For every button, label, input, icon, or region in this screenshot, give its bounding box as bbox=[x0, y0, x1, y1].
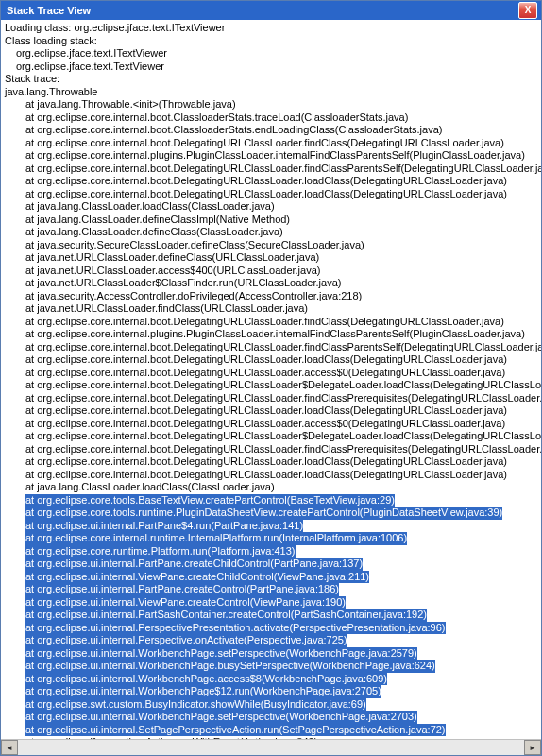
trace-line-selected[interactable]: at org.eclipse.core.tools.BaseTextView.c… bbox=[5, 494, 537, 507]
trace-line[interactable]: at org.eclipse.core.internal.boot.Delega… bbox=[5, 137, 537, 150]
trace-line-selected[interactable]: at org.eclipse.ui.internal.WorkbenchPage… bbox=[5, 685, 537, 698]
trace-line-selected[interactable]: at org.eclipse.ui.internal.SetPagePerspe… bbox=[5, 724, 537, 737]
trace-line[interactable]: at org.eclipse.core.internal.boot.Delega… bbox=[5, 353, 537, 367]
class-loading-stack-item[interactable]: org.eclipse.jface.text.ITextViewer bbox=[5, 47, 537, 60]
trace-line-selected[interactable]: at org.eclipse.core.internal.runtime.Int… bbox=[5, 532, 537, 545]
trace-line[interactable]: at org.eclipse.core.internal.boot.Delega… bbox=[5, 430, 537, 443]
trace-line[interactable]: at org.eclipse.core.internal.boot.Classl… bbox=[5, 124, 537, 137]
trace-line[interactable]: at org.eclipse.core.internal.boot.Classl… bbox=[5, 112, 537, 125]
trace-line-selected[interactable]: at org.eclipse.ui.internal.ViewPane.crea… bbox=[5, 571, 537, 584]
trace-line-selected[interactable]: at org.eclipse.core.runtime.Platform.run… bbox=[5, 545, 537, 558]
trace-line-selected[interactable]: at org.eclipse.ui.internal.WorkbenchPage… bbox=[5, 660, 537, 673]
trace-line-selected[interactable]: at org.eclipse.ui.internal.PerspectivePr… bbox=[5, 622, 537, 635]
trace-line[interactable]: at org.eclipse.core.internal.boot.Delega… bbox=[5, 443, 537, 456]
trace-line-selected[interactable]: at org.eclipse.ui.internal.WorkbenchPage… bbox=[5, 647, 537, 661]
trace-line[interactable]: at java.net.URLClassLoader.defineClass(U… bbox=[5, 251, 537, 265]
trace-line[interactable]: at java.lang.ClassLoader.loadClass(Class… bbox=[5, 200, 537, 214]
trace-line[interactable]: at java.security.SecureClassLoader.defin… bbox=[5, 239, 537, 252]
stack-trace-window: Stack Trace View X Loading class: org.ec… bbox=[0, 0, 542, 756]
titlebar: Stack Trace View X bbox=[1, 1, 541, 20]
trace-line-selected[interactable]: at org.eclipse.swt.custom.BusyIndicator.… bbox=[5, 698, 537, 712]
trace-line-selected[interactable]: at org.eclipse.ui.internal.ViewPane.crea… bbox=[5, 596, 537, 610]
scroll-track[interactable] bbox=[18, 741, 524, 754]
trace-line[interactable]: at org.eclipse.core.internal.boot.Delega… bbox=[5, 455, 537, 469]
trace-line-selected[interactable]: at org.eclipse.ui.internal.Perspective.o… bbox=[5, 634, 537, 647]
horizontal-scrollbar[interactable]: ◄ ► bbox=[1, 739, 541, 755]
trace-line[interactable]: at java.net.URLClassLoader$ClassFinder.r… bbox=[5, 277, 537, 290]
trace-line[interactable]: at java.lang.ClassLoader.defineClassImpl… bbox=[5, 214, 537, 227]
trace-line[interactable]: at org.eclipse.core.internal.plugins.Plu… bbox=[5, 328, 537, 341]
trace-line-selected[interactable]: at org.eclipse.ui.internal.WorkbenchPage… bbox=[5, 673, 537, 686]
trace-line[interactable]: at java.lang.ClassLoader.loadClass(Class… bbox=[5, 481, 537, 494]
close-button[interactable]: X bbox=[518, 2, 537, 19]
trace-line[interactable]: at org.eclipse.core.internal.boot.Delega… bbox=[5, 469, 537, 482]
scroll-left-button[interactable]: ◄ bbox=[1, 740, 18, 755]
trace-line[interactable]: at org.eclipse.core.internal.plugins.Plu… bbox=[5, 149, 537, 163]
trace-line-selected[interactable]: at org.eclipse.ui.internal.PartPane$4.ru… bbox=[5, 520, 537, 533]
trace-line-selected[interactable]: at org.eclipse.core.tools.runtime.Plugin… bbox=[5, 507, 537, 520]
trace-line[interactable]: at org.eclipse.core.internal.boot.Delega… bbox=[5, 418, 537, 431]
chevron-right-icon: ► bbox=[529, 744, 536, 752]
trace-content[interactable]: Loading class: org.eclipse.jface.text.IT… bbox=[1, 20, 541, 739]
trace-line[interactable]: at java.lang.Throwable.<init>(Throwable.… bbox=[5, 98, 537, 112]
trace-line-selected[interactable]: at org.eclipse.ui.internal.PartPane.crea… bbox=[5, 583, 537, 596]
trace-line[interactable]: at org.eclipse.core.internal.boot.Delega… bbox=[5, 379, 537, 392]
throwable-line[interactable]: java.lang.Throwable bbox=[5, 86, 537, 99]
trace-line[interactable]: at java.security.AccessController.doPriv… bbox=[5, 290, 537, 303]
class-loading-stack-item[interactable]: org.eclipse.jface.text.TextViewer bbox=[5, 60, 537, 74]
close-icon: X bbox=[525, 6, 532, 15]
trace-line[interactable]: at org.eclipse.core.internal.boot.Delega… bbox=[5, 175, 537, 188]
loading-class-line[interactable]: Loading class: org.eclipse.jface.text.IT… bbox=[5, 22, 537, 35]
chevron-left-icon: ◄ bbox=[6, 744, 13, 752]
trace-line[interactable]: at org.eclipse.core.internal.boot.Delega… bbox=[5, 188, 537, 201]
trace-line-selected[interactable]: at org.eclipse.ui.internal.PartPane.crea… bbox=[5, 558, 537, 571]
trace-line[interactable]: at org.eclipse.core.internal.boot.Delega… bbox=[5, 392, 537, 405]
trace-line[interactable]: at java.net.URLClassLoader.findClass(URL… bbox=[5, 302, 537, 316]
scroll-right-button[interactable]: ► bbox=[524, 740, 541, 755]
stack-trace-label[interactable]: Stack trace: bbox=[5, 73, 537, 86]
trace-line[interactable]: at java.lang.ClassLoader.defineClass(Cla… bbox=[5, 226, 537, 239]
trace-line[interactable]: at org.eclipse.core.internal.boot.Delega… bbox=[5, 367, 537, 380]
trace-line[interactable]: at org.eclipse.core.internal.boot.Delega… bbox=[5, 316, 537, 329]
trace-line[interactable]: at org.eclipse.core.internal.boot.Delega… bbox=[5, 404, 537, 418]
class-loading-stack-label[interactable]: Class loading stack: bbox=[5, 35, 537, 48]
trace-line[interactable]: at org.eclipse.core.internal.boot.Delega… bbox=[5, 163, 537, 176]
trace-line-selected[interactable]: at org.eclipse.ui.internal.WorkbenchPage… bbox=[5, 711, 537, 724]
window-title: Stack Trace View bbox=[7, 5, 518, 16]
trace-line[interactable]: at org.eclipse.core.internal.boot.Delega… bbox=[5, 341, 537, 354]
trace-line[interactable]: at java.net.URLClassLoader.access$400(UR… bbox=[5, 265, 537, 278]
trace-line-selected[interactable]: at org.eclipse.ui.internal.PartSashConta… bbox=[5, 609, 537, 622]
